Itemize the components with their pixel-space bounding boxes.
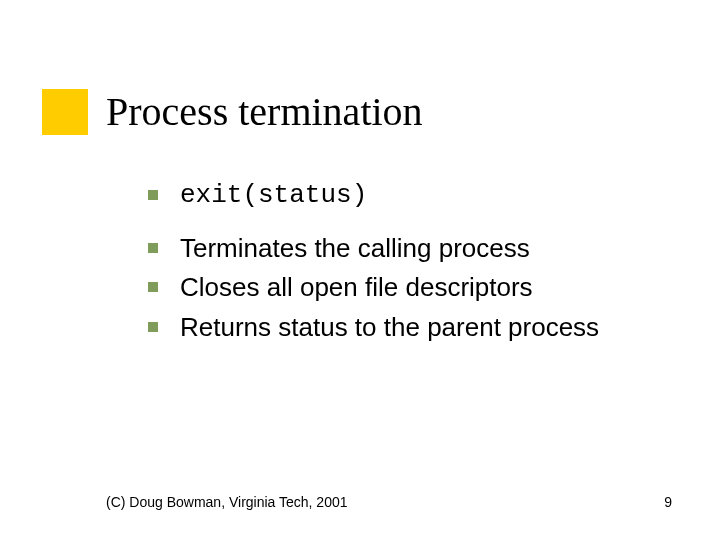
accent-square bbox=[42, 89, 88, 135]
bullet-icon bbox=[148, 190, 158, 200]
bullet-icon bbox=[148, 322, 158, 332]
footer-copyright: (C) Doug Bowman, Virginia Tech, 2001 bbox=[106, 494, 348, 510]
bullet-icon bbox=[148, 243, 158, 253]
list-item: exit(status) bbox=[148, 180, 668, 211]
footer-page-number: 9 bbox=[664, 494, 672, 510]
list-item: Terminates the calling process bbox=[148, 233, 668, 264]
slide-title: Process termination bbox=[106, 88, 423, 135]
list-item: Returns status to the parent process bbox=[148, 312, 668, 343]
bullet-text: Terminates the calling process bbox=[180, 233, 530, 264]
bullet-text: Closes all open file descriptors bbox=[180, 272, 533, 303]
bullet-icon bbox=[148, 282, 158, 292]
bullet-text-code: exit(status) bbox=[180, 180, 367, 211]
list-item: Closes all open file descriptors bbox=[148, 272, 668, 303]
bullet-text: Returns status to the parent process bbox=[180, 312, 599, 343]
bullet-list: exit(status) Terminates the calling proc… bbox=[148, 180, 668, 351]
